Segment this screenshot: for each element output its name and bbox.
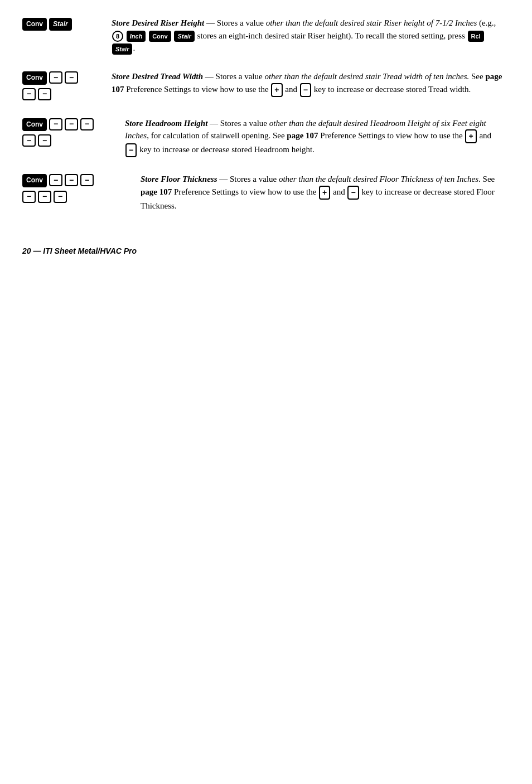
minus-key-headroom-4: − (22, 134, 36, 147)
minus-key-tread-4: − (38, 88, 51, 100)
minus-key-floor-2: − (65, 174, 78, 186)
floor-thickness-title: Store Floor Thickness (141, 175, 217, 183)
headroom-height-text: Store Headroom Height — Stores a value o… (125, 117, 504, 158)
plus-icon: + (271, 83, 282, 97)
riser-height-title: Store Desired Riser Height (112, 18, 204, 27)
entry-floor-thickness: Conv − − − − − − Store Floor Thickness —… (22, 173, 504, 212)
footer-text: 20 — ITI Sheet Metal/HVAC Pro (22, 246, 137, 255)
minus-key-headroom-2: − (65, 118, 78, 130)
entry-headroom-height: Conv − − − − − Store Headroom Height — S… (22, 117, 504, 158)
stair-inline-key2: Stair (112, 43, 132, 55)
minus-key-floor-3: − (80, 174, 94, 186)
minus-key-headroom-1: − (49, 118, 62, 130)
minus-icon-floor: − (347, 186, 359, 200)
minus-key-floor-5: − (38, 191, 51, 203)
plus-icon-floor: + (319, 186, 330, 200)
minus-key-headroom-5: − (38, 134, 51, 147)
key-row-floor-2: − − − (22, 191, 141, 203)
conv-key-tread: Conv (22, 71, 47, 84)
headroom-height-title: Store Headroom Height (125, 119, 207, 128)
minus-key-floor-6: − (54, 191, 67, 203)
rcl-inline-key: Rcl (468, 31, 484, 42)
conv-key-floor: Conv (22, 174, 47, 187)
minus-key-floor-1: − (49, 174, 62, 186)
key-row-floor-1: Conv − − − (22, 174, 141, 187)
riser-height-text: Store Desired Riser Height — Stores a va… (112, 17, 504, 55)
conv-inline-key: Conv (149, 31, 171, 42)
tread-width-title: Store Desired Tread Width (112, 72, 203, 81)
minus-key-floor-4: − (22, 191, 36, 203)
page-content: Conv Stair Store Desired Riser Height — … (22, 17, 504, 257)
stair-key: Stair (49, 18, 72, 31)
minus-icon-headroom: − (125, 143, 137, 157)
tread-width-text: Store Desired Tread Width — Stores a val… (112, 70, 504, 97)
key-row-headroom-2: − − (22, 134, 125, 147)
minus-key-tread-2: − (65, 71, 78, 84)
key-row-tread-2: − − (22, 88, 112, 100)
entry-riser-height: Conv Stair Store Desired Riser Height — … (22, 17, 504, 55)
number-8-icon: 8 (112, 31, 123, 42)
minus-key-tread-1: − (49, 71, 62, 84)
inch-inline-key: Inch (127, 31, 146, 42)
minus-key-tread-3: − (22, 88, 36, 100)
key-row-headroom-1: Conv − − − (22, 118, 125, 131)
conv-key-headroom: Conv (22, 118, 47, 131)
entry-tread-width: Conv − − − − Store Desired Tread Width —… (22, 70, 504, 101)
key-combo-riser: Conv Stair (22, 17, 112, 32)
minus-icon: − (300, 83, 311, 97)
plus-icon-headroom: + (465, 129, 476, 143)
key-combo-tread: Conv − − − − (22, 70, 112, 101)
conv-key: Conv (22, 18, 47, 31)
key-combo-headroom: Conv − − − − − (22, 117, 125, 148)
floor-thickness-text: Store Floor Thickness — Stores a value o… (141, 173, 504, 212)
key-row-tread-1: Conv − − (22, 71, 112, 84)
key-row-1: Conv Stair (22, 18, 112, 31)
page-footer: 20 — ITI Sheet Metal/HVAC Pro (22, 245, 504, 257)
minus-key-headroom-3: − (80, 118, 94, 130)
stair-inline-key: Stair (174, 31, 194, 42)
key-combo-floor: Conv − − − − − − (22, 173, 141, 204)
